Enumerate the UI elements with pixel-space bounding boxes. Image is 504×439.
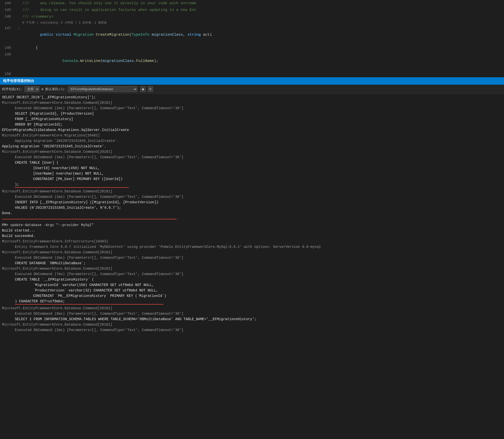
console-line: Entity Framework Core 6.0.7 initialized … — [0, 244, 504, 250]
red-arrow-line-1: ← — [0, 216, 504, 222]
package-source-select[interactable]: 全部 — [25, 86, 39, 92]
clear-button[interactable]: ▣ — [140, 86, 146, 92]
console-line: [UserId] nvarchar(450) NOT NULL, — [0, 165, 504, 171]
done-line: Done. — [0, 210, 504, 216]
code-line-150: 150 — [0, 71, 504, 77]
code-line-148: 148 { — [0, 45, 504, 51]
create-table-mysql: CREATE TABLE `__EFMigrationsHistory` ( — [0, 277, 504, 282]
select-information-schema: SELECT 1 FROM INFORMATION_SCHEMA.TABLES … — [0, 316, 504, 322]
code-line-147: 147 □ public virtual Migration CreateMig… — [0, 25, 504, 45]
create-db-line: CREATE DATABASE `DBMultiDataBase`; — [0, 260, 504, 266]
console-line: Microsoft.EntityFrameworkCore.Database.C… — [0, 149, 504, 155]
console-line: Executed DbCommand (2ms) [Parameters=[],… — [0, 327, 504, 333]
panel-header: 程序包管理器控制台 — [0, 77, 504, 85]
console-line: `ProductVersion` varchar(32) CHARACTER S… — [0, 288, 504, 293]
console-line: Microsoft.EntityFrameworkCore.Database.C… — [0, 266, 504, 271]
editor-section: 144 /// any release. You should only use… — [0, 0, 504, 77]
console-line: EFCoreMigrateMultiDatabase.Migrations.Sq… — [0, 127, 504, 133]
console-line: SELECT [MigrationId], [ProductVersion] — [0, 111, 504, 116]
console-line: Microsoft.EntityFrameworkCore.Migrations… — [0, 133, 504, 138]
console-line: Executed DbCommand (6ms) [Parameters=[],… — [0, 311, 504, 316]
console-line: Executed DbCommand (1ms) [Parameters=[],… — [0, 194, 504, 200]
package-source-label: 程序包源(K): — [2, 87, 23, 91]
console-line: CREATE TABLE [User] ( — [0, 160, 504, 165]
console-output: SELECT OBJECT_ID(N'[__EFMigrationsHistor… — [0, 94, 504, 334]
console-line: `MigrationId` varchar(150) CHARACTER SET… — [0, 282, 504, 288]
gear-icon[interactable]: ⚙ — [41, 87, 43, 91]
console-line: Executed DbCommand (2ms) [Parameters=[],… — [0, 105, 504, 111]
pin-button[interactable]: ⊟ — [148, 86, 153, 92]
console-line: SELECT OBJECT_ID(N'[__EFMigrationsHistor… — [0, 95, 504, 100]
build-succeeded: Build succeeded. — [0, 233, 504, 239]
console-line: Executed DbCommand (7ms) [Parameters=[],… — [0, 271, 504, 277]
default-project-label: 默认项目(J): — [45, 87, 66, 91]
console-line: Executed DbCommand (2ms) [Parameters=[],… — [0, 255, 504, 260]
default-project-select[interactable]: EFCoreMigrateMultiDatabase — [68, 86, 137, 92]
console-line: ) CHARACTER SET=utf8mb4; — [0, 299, 504, 304]
console-line: FROM [__EFMigrationsHistory] — [0, 116, 504, 122]
console-line: ORDER BY [MigrationId]; — [0, 122, 504, 127]
console-line: Microsoft.EntityFrameworkCore.Database.C… — [0, 306, 504, 311]
toolbar: 程序包源(K): 全部 ⚙ 默认项目(J): EFCoreMigrateMult… — [0, 85, 504, 94]
console-line: Microsoft.EntityFrameworkCore.Database.C… — [0, 100, 504, 105]
code-line-144: 144 /// any release. You should only use… — [0, 0, 504, 7]
console-line: Microsoft.EntityFrameworkCore.Infrastruc… — [0, 239, 504, 244]
console-line: Applying migration '20220723151845_Initi… — [0, 138, 504, 144]
console-line: CONSTRAINT `PK__EFMigrationsHistory` PRI… — [0, 293, 504, 299]
ref-line: 0 个引用 | xuejiaming，5 小时前 | 1 名作者，1 项更改 — [0, 20, 504, 25]
main-container: 144 /// any release. You should only use… — [0, 0, 504, 334]
code-line-146: 146 /// </summary> — [0, 13, 504, 20]
code-line-145: 145 /// doing so can result in applicati… — [0, 7, 504, 13]
pm-command-1: PM> update-database -Args "--provider My… — [0, 222, 504, 228]
console-line: Microsoft.EntityFrameworkCore.Database.C… — [0, 322, 504, 327]
console-line: Microsoft.EntityFrameworkCore.Database.C… — [0, 189, 504, 194]
console-line: CONSTRAINT [PK_User] PRIMARY KEY ([UserI… — [0, 176, 504, 182]
insert-into-line: INSERT INTO [__EFMigrationsHistory] ([Mi… — [0, 200, 504, 205]
console-line: Applying migration '20220723151845_Initi… — [0, 144, 504, 149]
values-line: VALUES (N'20220723151845_InitialCreate',… — [0, 205, 504, 210]
console-line: Executed DbCommand (1ms) [Parameters=[],… — [0, 155, 504, 160]
code-line-149: 149 Console.WriteLine(migrationClass.Ful… — [0, 51, 504, 71]
console-line: ); — [0, 182, 504, 187]
panel-title: 程序包管理器控制台 — [3, 79, 34, 83]
console-line: Microsoft.EntityFrameworkCore.Database.C… — [0, 250, 504, 255]
build-started: Build started... — [0, 228, 504, 233]
console-line: [UserName] nvarchar(max) NOT NULL, — [0, 171, 504, 176]
